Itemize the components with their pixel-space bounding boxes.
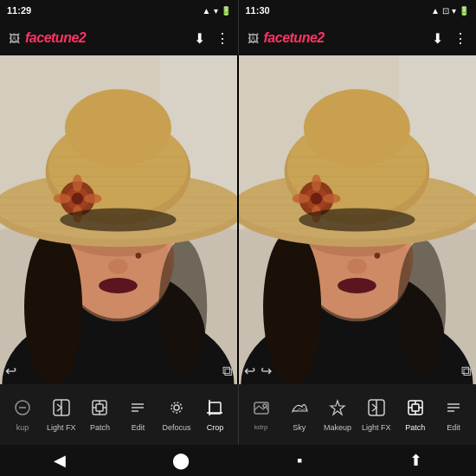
home-button[interactable]: ⬤ [172,451,190,470]
patch-icon-left [90,398,109,420]
tool-backdrop-right[interactable]: kdrp [246,398,277,431]
svg-point-31 [73,174,82,191]
svg-point-48 [263,229,321,384]
svg-point-12 [24,229,82,384]
photo-icon-right: 🖼 [248,32,259,45]
lightfx-icon-left [52,398,71,420]
back-button[interactable]: ◀ [54,451,66,470]
svg-point-66 [311,193,322,204]
tool-makeup-left[interactable]: kup [7,398,38,432]
undo-icon-right[interactable]: ↩ [244,363,255,379]
tool-lightfx-right[interactable]: Light FX [360,398,393,432]
lightfx-label-right: Light FX [362,423,391,432]
app-header-left: 🖼 facetune2 ⬇ ⋮ [0,21,238,55]
layers-icon-left[interactable]: ⧉ [222,363,232,378]
photo-icon-left: 🖼 [9,32,20,45]
makeup-label-left: kup [16,423,29,432]
photo-overlay-left: ↩ [5,363,16,379]
tool-edit-left[interactable]: Edit [122,398,153,432]
svg-point-91 [263,404,267,408]
photo-overlay-right: ↩ ↪ [244,363,272,379]
patch-label-left: Patch [90,423,110,432]
sky-label-right: Sky [293,423,306,432]
patch-label-right: Patch [405,423,425,432]
download-icon-right[interactable]: ⬇ [432,30,443,47]
svg-point-47 [375,253,381,259]
app-header-right: 🖼 facetune2 ⬇ ⋮ [239,21,477,55]
redo-icon-right[interactable]: ↪ [261,363,272,379]
svg-point-69 [293,194,310,203]
svg-point-34 [84,194,101,203]
svg-rect-77 [96,404,103,411]
signal-icon-r: ▲ [431,6,440,16]
svg-point-33 [54,194,71,203]
makeup-icon-right [328,398,347,420]
time-left: 11:29 [7,5,31,16]
patch-icon-right [406,398,425,420]
square-button[interactable]: ▪ [297,452,302,470]
backdrop-icon-right [252,398,271,420]
svg-point-30 [72,193,83,204]
status-bar-right: 11:30 ▲ ⊡ ▾ 🔋 [239,0,477,21]
makeup-icon-left [13,398,32,420]
tool-patch-right[interactable]: Patch [400,398,431,432]
signal-icon: ▲ [203,6,211,16]
svg-rect-87 [209,402,221,414]
photo-overlay-right-left: ⧉ [222,363,232,379]
undo-icon-left[interactable]: ↩ [5,363,16,379]
defocus-label-left: Defocus [162,423,190,432]
photo-panels: ↩ ⧉ [0,55,476,384]
toolbar-left: kup Light FX Patch Edit Defocus [0,384,238,445]
backdrop-label-right: kdrp [254,423,268,431]
battery-icon-r: 🔋 [459,6,469,16]
status-icons-left: ▲ ▾ 🔋 [203,6,231,16]
tool-edit-right[interactable]: Edit [438,398,469,432]
download-icon-left[interactable]: ⬇ [194,30,205,47]
header-icons-left: ⬇ ⋮ [194,30,229,47]
layers-icon-right[interactable]: ⧉ [461,363,471,378]
tool-lightfx-left[interactable]: Light FX [45,398,78,432]
wifi-icon: ▾ [214,6,218,16]
tool-makeup-right[interactable]: Makeup [322,398,353,432]
lightfx-label-left: Light FX [47,423,76,432]
svg-point-70 [323,194,340,203]
svg-point-35 [60,209,176,232]
status-bar-left: 11:29 ▲ ▾ 🔋 [0,0,238,21]
more-icon-left[interactable]: ⋮ [215,30,229,47]
tool-crop-left[interactable]: Crop [199,398,230,432]
svg-point-63 [304,89,410,166]
makeup-label-right: Makeup [324,423,351,432]
photo-left [0,55,237,384]
crop-icon-left [205,398,224,420]
edit-icon-left [128,398,147,420]
tool-patch-left[interactable]: Patch [84,398,115,432]
photo-panel-right: ↩ ↪ ⧉ [239,55,476,384]
crop-label-left: Crop [207,423,224,432]
svg-point-46 [338,278,376,293]
svg-point-27 [65,89,171,166]
status-bar: 11:29 ▲ ▾ 🔋 11:30 ▲ ⊡ ▾ 🔋 [0,0,476,21]
tool-sky-right[interactable]: Sky [284,398,315,432]
svg-point-9 [108,259,127,274]
toolbar-right: kdrp Sky Makeup Light FX Patch [239,384,477,445]
header-icons-right: ⬇ ⋮ [432,30,467,47]
edit-icon-right [444,398,463,420]
edit-label-right: Edit [447,423,460,432]
photo-overlay-right-right: ⧉ [461,363,471,379]
wifi-icon-r: ▾ [452,6,456,16]
status-icons-right: ▲ ⊡ ▾ 🔋 [431,6,469,16]
battery-icon: 🔋 [221,6,231,16]
svg-point-49 [397,239,446,374]
time-right: 11:30 [246,5,270,16]
svg-rect-95 [412,404,419,411]
person-button[interactable]: ⬆ [409,451,422,470]
svg-point-11 [136,253,142,259]
sky-icon-right [290,398,309,420]
photo-right [239,55,476,384]
more-icon-right[interactable]: ⋮ [453,30,467,47]
defocus-icon-left [167,398,186,420]
tool-defocus-left[interactable]: Defocus [160,398,192,432]
svg-point-13 [158,239,207,374]
svg-point-45 [347,259,366,274]
photo-panel-left: ↩ ⧉ [0,55,237,384]
